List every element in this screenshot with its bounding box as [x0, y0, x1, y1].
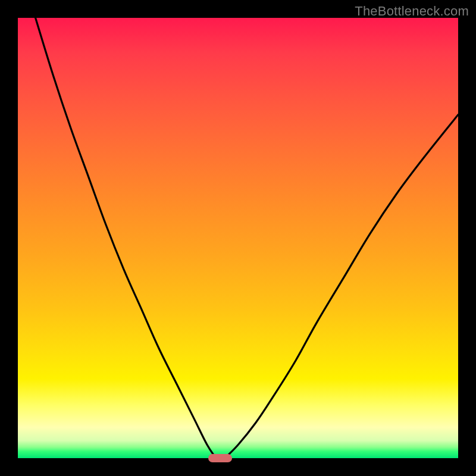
chart-container: TheBottleneck.com — [0, 0, 476, 476]
plot-area — [18, 18, 458, 458]
curve-left-branch — [36, 18, 216, 458]
bottleneck-curve — [18, 18, 458, 458]
watermark-text: TheBottleneck.com — [355, 4, 469, 19]
minimum-marker — [208, 454, 232, 462]
curve-right-branch — [225, 115, 458, 458]
